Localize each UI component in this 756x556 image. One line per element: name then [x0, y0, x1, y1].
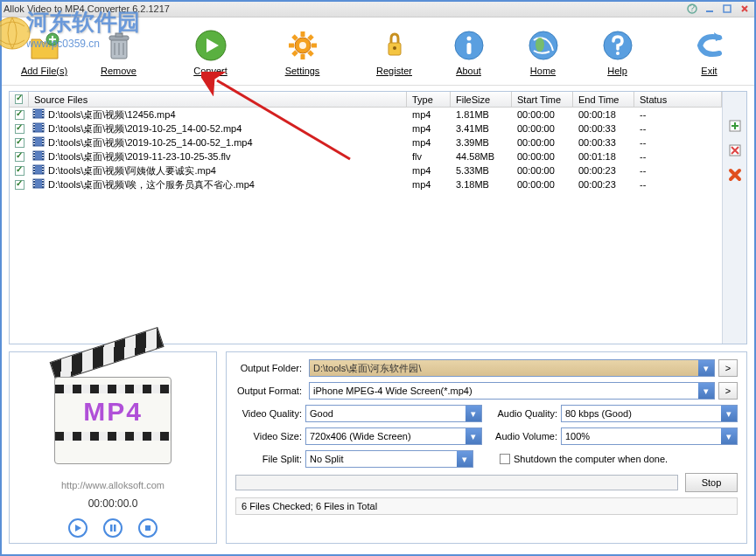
register-label: Register [376, 66, 412, 76]
row-size: 3.18MB [451, 179, 512, 190]
stop-button[interactable]: Stop [685, 473, 738, 492]
row-end: 00:01:18 [573, 151, 634, 162]
output-folder-browse[interactable]: > [718, 359, 738, 377]
shutdown-checkbox[interactable] [500, 454, 510, 464]
dropdown-icon[interactable]: ▾ [721, 406, 737, 421]
row-type: mp4 [407, 165, 451, 176]
svg-rect-58 [33, 143, 35, 144]
table-row[interactable]: D:\tools\桌面\视频\唉，这个服务员真不省心.mp4 mp4 3.18M… [10, 177, 722, 191]
row-checkbox[interactable] [15, 138, 24, 148]
row-filename: D:\tools\桌面\视频\12456.mp4 [29, 108, 407, 122]
row-checkbox[interactable] [15, 110, 24, 120]
exit-button[interactable]: Exit [672, 21, 746, 81]
table-row[interactable]: D:\tools\桌面\视频\12456.mp4 mp4 1.81MB 00:0… [10, 108, 722, 122]
row-filename: D:\tools\桌面\视频\唉，这个服务员真不省心.mp4 [29, 178, 407, 191]
svg-rect-93 [145, 525, 150, 531]
header-type[interactable]: Type [407, 92, 451, 107]
row-start: 00:00:00 [512, 151, 573, 162]
header-status[interactable]: Status [634, 92, 722, 107]
preview-thumbnail: MP4 [47, 361, 178, 475]
svg-line-23 [293, 52, 297, 55]
file-split-field[interactable]: No Split▾ [305, 450, 473, 468]
svg-rect-91 [110, 525, 113, 532]
stop-preview-button[interactable] [138, 518, 158, 538]
about-button[interactable]: About [431, 21, 506, 81]
header-checkbox[interactable] [10, 92, 29, 107]
svg-rect-9 [116, 33, 122, 37]
row-checkbox[interactable] [15, 124, 24, 134]
row-filename: D:\tools\桌面\视频\2019-11-23-10-25-35.flv [29, 150, 407, 163]
svg-rect-60 [42, 141, 44, 142]
dropdown-icon[interactable]: ▾ [466, 428, 481, 444]
svg-rect-77 [42, 166, 44, 167]
svg-rect-2 [706, 10, 713, 12]
side-remove-button[interactable] [727, 142, 743, 158]
row-status: -- [634, 151, 722, 162]
svg-rect-79 [42, 171, 44, 172]
table-row[interactable]: D:\tools\桌面\视频\2019-10-25_14-00-52_1.mp4… [10, 136, 722, 149]
convert-button[interactable]: Convert [173, 21, 248, 81]
svg-rect-57 [33, 141, 35, 142]
close-icon[interactable] [737, 3, 752, 15]
svg-rect-41 [42, 110, 44, 111]
table-row[interactable]: D:\tools\桌面\视频\2019-10-25_14-00-52.mp4 m… [10, 122, 722, 136]
svg-point-30 [536, 38, 544, 52]
minimize-icon[interactable] [702, 3, 718, 15]
header-start[interactable]: Start Time [512, 92, 573, 107]
dropdown-icon[interactable]: ▾ [457, 451, 472, 467]
side-add-button[interactable] [727, 118, 743, 134]
remove-button[interactable]: Remove [81, 21, 156, 81]
row-checkbox[interactable] [15, 152, 24, 162]
help-button[interactable]: Help [580, 21, 654, 81]
pause-button[interactable] [103, 518, 122, 538]
add-files-label: Add File(s) [21, 66, 67, 76]
output-format-more[interactable]: > [718, 382, 738, 400]
output-format-field[interactable]: iPhone MPEG-4 Wide Screen(*.mp4)▾ [309, 382, 715, 400]
status-text: 6 Files Checked; 6 Files in Total [235, 497, 738, 515]
svg-rect-88 [42, 185, 44, 186]
film-icon [32, 178, 45, 191]
audio-volume-field[interactable]: 100%▾ [561, 427, 738, 445]
row-start: 00:00:00 [512, 137, 573, 148]
dropdown-icon[interactable]: ▾ [466, 406, 481, 421]
audio-volume-label: Audio Volume: [491, 431, 561, 441]
row-checkbox[interactable] [15, 180, 24, 190]
header-end[interactable]: End Time [573, 92, 634, 107]
add-files-button[interactable]: Add File(s) [7, 21, 81, 81]
play-button[interactable] [68, 518, 88, 538]
svg-rect-42 [42, 113, 44, 114]
row-checkbox[interactable] [15, 166, 24, 176]
side-clear-button[interactable] [727, 167, 743, 183]
svg-rect-47 [33, 124, 35, 125]
row-size: 5.33MB [451, 165, 512, 176]
table-row[interactable]: D:\tools\桌面\视频\阿姨做人要诚实.mp4 mp4 5.33MB 00… [10, 163, 722, 177]
header-source[interactable]: Source Files [29, 92, 407, 107]
register-button[interactable]: Register [357, 21, 431, 81]
svg-rect-86 [42, 180, 44, 181]
svg-rect-38 [33, 110, 35, 111]
output-folder-field[interactable]: D:\tools\桌面\河东软件园\▾ [309, 359, 715, 377]
header-size[interactable]: FileSize [451, 92, 512, 107]
svg-line-22 [309, 36, 312, 39]
video-size-field[interactable]: 720x406 (Wide Screen)▾ [305, 427, 482, 445]
home-label: Home [530, 66, 556, 76]
titlebar-help-icon[interactable]: ? [684, 3, 700, 15]
row-end: 00:00:18 [573, 109, 634, 120]
remove-label: Remove [101, 66, 136, 76]
table-row[interactable]: D:\tools\桌面\视频\2019-11-23-10-25-35.flv f… [10, 149, 722, 163]
row-filename: D:\tools\桌面\视频\2019-10-25_14-00-52_1.mp4 [29, 136, 407, 149]
home-button[interactable]: Home [506, 21, 580, 81]
settings-button[interactable]: Settings [265, 21, 340, 81]
maximize-icon[interactable] [719, 3, 735, 15]
dropdown-icon[interactable]: ▾ [698, 383, 714, 399]
row-size: 44.58MB [451, 151, 512, 162]
svg-rect-50 [42, 124, 44, 125]
dropdown-icon[interactable]: ▾ [721, 428, 737, 444]
svg-rect-85 [33, 185, 35, 186]
dropdown-icon[interactable]: ▾ [698, 360, 714, 376]
video-size-label: Video Size: [235, 431, 305, 441]
video-quality-field[interactable]: Good▾ [305, 405, 482, 422]
svg-rect-51 [42, 127, 44, 128]
audio-quality-field[interactable]: 80 kbps (Good)▾ [561, 405, 738, 422]
titlebar: Allok Video to MP4 Converter 6.2.1217 ? [0, 0, 756, 17]
